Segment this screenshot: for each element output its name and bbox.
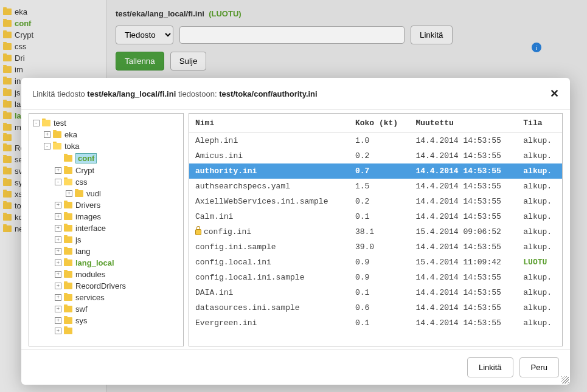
cell-modified: 14.4.2014 14:53:55 (409, 209, 517, 224)
tree-label: images (75, 212, 101, 221)
table-row[interactable]: AxiellWebServices.ini.sample0.214.4.2014… (189, 194, 562, 209)
modal-title-source: test/eka/lang_local/fi.ini (87, 89, 176, 98)
tree-toggle-icon[interactable]: + (66, 190, 72, 197)
table-row[interactable]: Aleph.ini1.014.4.2014 14:53:55alkup. (189, 133, 562, 149)
folder-icon (64, 294, 72, 301)
tree-label: conf (75, 153, 97, 163)
tree-toggle-icon[interactable]: + (55, 306, 61, 312)
link-file-modal: Linkitä tiedosto test/eka/lang_local/fi.… (21, 78, 570, 385)
link-button[interactable]: Linkitä (467, 357, 513, 377)
folder-icon (64, 155, 72, 162)
table-row[interactable]: config.ini.sample39.014.4.2014 14:53:55a… (189, 239, 562, 255)
tree-node[interactable]: +lang_local (32, 257, 181, 269)
folder-icon (64, 202, 72, 208)
table-row[interactable]: datasources.ini.sample0.614.4.2014 14:53… (189, 300, 562, 315)
file-list-panel[interactable]: Nimi Koko (kt) Muutettu Tila Aleph.ini1.… (189, 113, 563, 346)
tree-toggle-icon[interactable]: + (55, 213, 61, 220)
table-row[interactable]: Evergreen.ini0.114.4.2014 14:53:55alkup. (189, 315, 562, 331)
folder-icon (64, 306, 72, 312)
tree-node[interactable]: -toka (32, 140, 181, 152)
tree-toggle-icon[interactable]: + (55, 328, 61, 334)
resize-grip[interactable] (561, 376, 569, 383)
tree-node[interactable]: conf (32, 152, 181, 165)
tree-node[interactable]: +interface (32, 222, 181, 234)
tree-node[interactable]: +Drivers (32, 199, 181, 211)
tree-toggle-icon[interactable]: + (55, 202, 61, 208)
cell-status: alkup. (517, 315, 562, 331)
folder-icon (53, 131, 61, 138)
folder-icon (64, 283, 72, 289)
cell-size: 0.9 (349, 270, 409, 285)
tree-toggle-icon[interactable]: + (55, 271, 61, 278)
table-row[interactable]: config.ini38.115.4.2014 09:06:52alkup. (189, 224, 562, 239)
tree-toggle-icon[interactable]: + (55, 317, 61, 324)
tree-node[interactable]: +lang (32, 246, 181, 257)
table-row[interactable]: Amicus.ini0.214.4.2014 14:53:55alkup. (189, 148, 562, 163)
tree-node[interactable]: +images (32, 211, 181, 222)
tree-toggle-icon[interactable]: - (55, 179, 61, 185)
tree-node[interactable]: +services (32, 292, 181, 303)
close-icon[interactable]: ✕ (550, 87, 559, 100)
cell-status: alkup. (517, 133, 562, 149)
cell-name: config.local.ini (189, 255, 349, 270)
cell-name: AxiellWebServices.ini.sample (189, 194, 349, 209)
tree-node[interactable]: +vudl (32, 188, 181, 199)
cell-name: authsearchspecs.yaml (189, 179, 349, 194)
tree-toggle-icon[interactable]: - (44, 143, 50, 150)
tree-node[interactable]: +eka (32, 129, 181, 140)
cell-status: LUOTU (517, 255, 562, 270)
table-row[interactable]: DAIA.ini0.114.4.2014 14:53:55alkup. (189, 285, 562, 300)
tree-toggle-icon[interactable]: + (55, 294, 61, 301)
tree-label: swf (75, 304, 88, 314)
folder-tree: -test+eka-tokaconf+Crypt-css+vudl+Driver… (29, 114, 183, 339)
tree-toggle-icon[interactable]: - (33, 120, 40, 126)
tree-toggle-icon[interactable]: + (55, 225, 61, 232)
tree-node[interactable]: +modules (32, 269, 181, 280)
tree-toggle-icon[interactable]: + (55, 167, 61, 174)
tree-label: services (75, 293, 105, 302)
cell-status: alkup. (517, 148, 562, 163)
tree-node[interactable]: +swf (32, 303, 181, 315)
tree-node[interactable]: +sys (32, 315, 181, 326)
modal-title-target: test/toka/conf/authority.ini (219, 89, 318, 98)
tree-label: toka (64, 142, 80, 151)
tree-toggle-icon[interactable]: + (55, 260, 61, 266)
cell-status: alkup. (517, 179, 562, 194)
cell-status: alkup. (517, 270, 562, 285)
cell-modified: 14.4.2014 14:53:55 (409, 315, 517, 331)
cell-modified: 15.4.2014 09:06:52 (409, 224, 517, 239)
tree-toggle-icon[interactable]: + (55, 248, 61, 255)
folder-tree-panel[interactable]: -test+eka-tokaconf+Crypt-css+vudl+Driver… (29, 113, 184, 346)
tree-label: vudl (86, 189, 101, 198)
folder-icon (64, 260, 72, 266)
tree-toggle-icon[interactable]: + (55, 283, 61, 289)
folder-icon (64, 317, 72, 324)
cell-modified: 14.4.2014 14:53:55 (409, 270, 517, 285)
modal-footer: Linkitä Peru (21, 349, 570, 385)
table-row[interactable]: config.local.ini0.915.4.2014 11:09:42LUO… (189, 255, 562, 270)
table-row[interactable]: authsearchspecs.yaml1.514.4.2014 14:53:5… (189, 179, 562, 194)
folder-icon (42, 120, 50, 126)
tree-node[interactable]: + (32, 326, 181, 335)
tree-node[interactable]: -css (32, 176, 181, 188)
folder-icon (64, 167, 72, 174)
tree-node[interactable]: +js (32, 234, 181, 246)
cell-name: Aleph.ini (189, 133, 349, 149)
cell-status: alkup. (517, 285, 562, 300)
col-size[interactable]: Koko (kt) (349, 114, 409, 133)
tree-node[interactable]: +Crypt (32, 165, 181, 176)
col-status[interactable]: Tila (517, 114, 562, 133)
cancel-button[interactable]: Peru (519, 357, 559, 377)
cell-modified: 14.4.2014 14:53:55 (409, 300, 517, 315)
tree-node[interactable]: -test (32, 117, 181, 129)
cell-size: 39.0 (349, 239, 409, 255)
col-modified[interactable]: Muutettu (409, 114, 517, 133)
tree-toggle-icon[interactable]: + (44, 131, 50, 138)
table-row[interactable]: Calm.ini0.114.4.2014 14:53:55alkup. (189, 209, 562, 224)
tree-toggle-icon[interactable]: + (55, 236, 61, 243)
folder-icon (53, 143, 61, 150)
tree-node[interactable]: +RecordDrivers (32, 280, 181, 292)
table-row[interactable]: config.local.ini.sample0.914.4.2014 14:5… (189, 270, 562, 285)
table-row[interactable]: authority.ini0.714.4.2014 14:53:55alkup. (189, 163, 562, 179)
col-name[interactable]: Nimi (189, 114, 349, 133)
